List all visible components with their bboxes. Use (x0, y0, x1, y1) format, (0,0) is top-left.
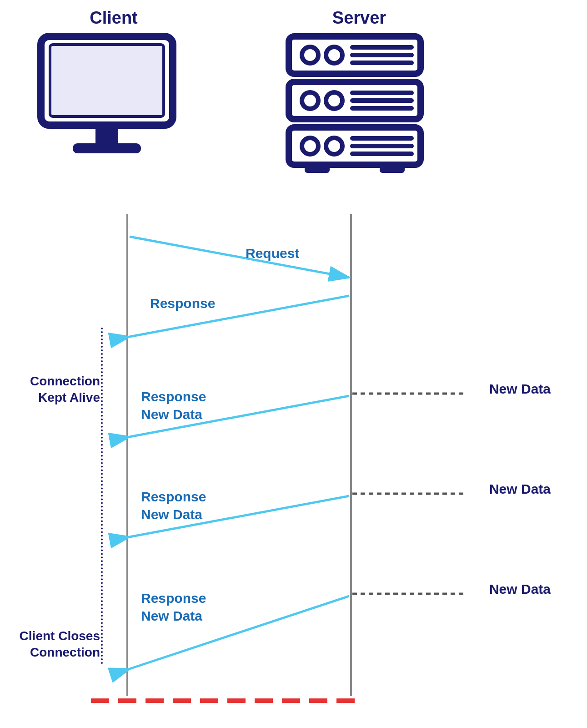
svg-point-17 (302, 138, 318, 154)
server-header-label: Server (291, 8, 427, 28)
client-timeline (126, 214, 128, 696)
new-data-label-1: New Data (489, 381, 551, 397)
connection-kept-alive-label: ConnectionKept Alive (9, 373, 100, 406)
request-label: Request (246, 246, 299, 261)
svg-rect-2 (95, 125, 118, 144)
svg-point-5 (302, 47, 318, 63)
client-monitor-icon (36, 32, 177, 159)
svg-point-11 (302, 92, 318, 109)
diagram-container: Client Server (0, 0, 587, 728)
server-timeline (350, 214, 352, 696)
svg-line-26 (130, 237, 349, 278)
new-data-label-2: New Data (489, 481, 551, 497)
svg-rect-23 (380, 165, 405, 173)
response-new-data-label-1: Response New Data (141, 388, 206, 423)
svg-rect-1 (50, 45, 164, 116)
dotted-vertical-line (101, 328, 103, 664)
new-data-label-3: New Data (489, 581, 551, 597)
client-closes-connection-label: Client ClosesConnection (5, 628, 100, 661)
response-new-data-label-2: Response New Data (141, 488, 206, 523)
svg-point-6 (326, 47, 342, 63)
client-header-label: Client (45, 8, 182, 28)
server-rack-icon (282, 32, 427, 173)
svg-point-12 (326, 92, 342, 109)
svg-point-18 (326, 138, 342, 154)
response-new-data-label-3: Response New Data (141, 589, 206, 625)
response-label-1: Response (150, 296, 215, 311)
svg-rect-22 (305, 165, 330, 173)
svg-rect-3 (73, 143, 141, 153)
